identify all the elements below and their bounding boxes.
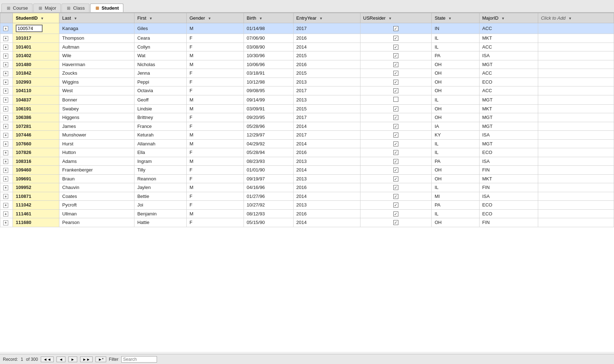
table-row[interactable]: +106386HiggensBrittneyF09/20/952017OHMGT — [0, 113, 614, 122]
usresider-checkbox[interactable] — [393, 194, 398, 199]
tab-major[interactable]: ⊞Major — [33, 4, 61, 12]
expand-button[interactable]: + — [3, 124, 8, 129]
usresider-checkbox[interactable] — [393, 159, 398, 164]
expand-button[interactable]: + — [3, 26, 8, 31]
expand-button[interactable]: + — [3, 220, 8, 225]
expand-button[interactable]: + — [3, 211, 8, 216]
table-row[interactable]: +107281JamesFranceF05/28/962014IAMGT — [0, 122, 614, 131]
col-header-last[interactable]: Last ▼ — [59, 13, 134, 23]
expand-button[interactable]: + — [3, 36, 8, 41]
usresider-checkbox[interactable] — [393, 62, 398, 67]
expand-button[interactable]: + — [3, 45, 8, 50]
col-header-entryyear[interactable]: EntryYear ▼ — [293, 13, 360, 23]
state-cell: OH — [432, 86, 479, 95]
usresider-checkbox[interactable] — [393, 53, 398, 58]
usresider-checkbox[interactable] — [393, 133, 398, 138]
usresider-checkbox[interactable] — [393, 97, 398, 102]
expand-button[interactable]: + — [3, 106, 8, 111]
entryyear-cell: 2016 — [293, 34, 360, 43]
usresider-checkbox[interactable] — [393, 124, 398, 129]
sort-arrow-clicktoadd: ▼ — [568, 16, 572, 20]
expand-button[interactable]: + — [3, 115, 8, 120]
table-row[interactable]: +107446MunshowerKeturahM12/29/972017KYIS… — [0, 131, 614, 140]
table-row[interactable]: +110871CoatesBettieF01/27/962014MIISA — [0, 192, 614, 201]
studentid-cell — [13, 23, 59, 34]
usresider-checkbox[interactable] — [393, 80, 398, 85]
table-body: +KanagaGilesM01/14/982017INACC+101017Tho… — [0, 23, 614, 227]
expand-button[interactable]: + — [3, 176, 8, 181]
studentid-cell: 101842 — [13, 69, 59, 78]
usresider-checkbox[interactable] — [393, 168, 398, 173]
table-row[interactable]: +104110WestOctaviaF09/08/952017OHACC — [0, 86, 614, 95]
gender-cell: F — [186, 122, 244, 131]
table-row[interactable]: +109691BraunReannonF09/19/972013OHMKT — [0, 174, 614, 183]
expand-button[interactable]: + — [3, 203, 8, 208]
col-header-majorid[interactable]: MajorID ▼ — [479, 13, 538, 23]
entryyear-cell: 2014 — [293, 218, 360, 227]
expand-cell: + — [0, 157, 13, 166]
usresider-checkbox[interactable] — [393, 176, 398, 181]
col-header-first[interactable]: First ▼ — [134, 13, 186, 23]
expand-button[interactable]: + — [3, 133, 8, 138]
table-row[interactable]: +111461UllmanBenjaminM08/12/932016ILECO — [0, 209, 614, 218]
table-row[interactable]: +KanagaGilesM01/14/982017INACC — [0, 23, 614, 34]
usresider-checkbox[interactable] — [393, 26, 398, 31]
usresider-checkbox[interactable] — [393, 203, 398, 208]
col-header-usresider[interactable]: USResider ▼ — [360, 13, 432, 23]
usresider-checkbox[interactable] — [393, 88, 398, 93]
first-cell: Geoff — [134, 95, 186, 104]
table-row[interactable]: +101480HaverrmanNicholasM10/06/962016OHM… — [0, 60, 614, 69]
table-row[interactable]: +109952ChauvinJaylenM04/16/962016ILFIN — [0, 183, 614, 192]
table-row[interactable]: +101842ZoucksJennaF03/18/912015OHACC — [0, 69, 614, 78]
expand-button[interactable]: + — [3, 54, 8, 59]
table-container[interactable]: StudentID ▼ Last ▼ First ▼ Gender ▼ Birt… — [0, 13, 614, 352]
table-row[interactable]: +101402WileWatM10/30/962015PAISA — [0, 51, 614, 60]
expand-button[interactable]: + — [3, 159, 8, 164]
table-row[interactable]: +104837BonnerGeoffM09/14/992013ILMGT — [0, 95, 614, 104]
expand-button[interactable]: + — [3, 141, 8, 146]
gender-cell: M — [186, 51, 244, 60]
expand-button[interactable]: + — [3, 150, 8, 155]
usresider-checkbox[interactable] — [393, 150, 398, 155]
first-cell: Octavia — [134, 86, 186, 95]
table-row[interactable]: +106191SwabeyLindsieM03/09/912015OHMKT — [0, 104, 614, 113]
studentid-input[interactable] — [16, 25, 43, 32]
table-row[interactable]: +111042PycroftJoiF10/27/922013PAECO — [0, 201, 614, 210]
table-row[interactable]: +102993WigginsPeppiF10/12/982013OHECO — [0, 78, 614, 86]
usresider-checkbox[interactable] — [393, 45, 398, 50]
expand-button[interactable]: + — [3, 185, 8, 190]
state-cell: OH — [432, 174, 479, 183]
expand-button[interactable]: + — [3, 80, 8, 85]
usresider-checkbox[interactable] — [393, 71, 398, 76]
expand-button[interactable]: + — [3, 89, 8, 94]
table-row[interactable]: +107826HuttonEllaF05/28/942016ILECO — [0, 148, 614, 157]
table-row[interactable]: +101017ThompsonCearaF07/06/902016ILMKT — [0, 34, 614, 43]
usresider-checkbox[interactable] — [393, 220, 398, 225]
table-row[interactable]: +107660HurstAllannahM04/29/922014ILMGT — [0, 139, 614, 148]
table-row[interactable]: +109460FrankenbergerTillyF01/01/902014OH… — [0, 166, 614, 175]
tab-student[interactable]: ⊞Student — [90, 4, 123, 12]
table-row[interactable]: +108316AdamsIngramM08/23/932013PAISA — [0, 157, 614, 166]
expand-button[interactable]: + — [3, 194, 8, 199]
col-header-clicktoadd[interactable]: Click to Add ▼ — [538, 13, 614, 23]
col-header-birth[interactable]: Birth ▼ — [244, 13, 293, 23]
col-header-gender[interactable]: Gender ▼ — [186, 13, 244, 23]
table-row[interactable]: +111680PearsonHattieF05/15/902014OHFIN — [0, 218, 614, 227]
usresider-checkbox[interactable] — [393, 211, 398, 216]
col-header-studentid[interactable]: StudentID ▼ — [13, 13, 59, 23]
usresider-checkbox[interactable] — [393, 36, 398, 41]
usresider-checkbox[interactable] — [393, 106, 398, 111]
expand-button[interactable]: + — [3, 62, 8, 67]
expand-button[interactable]: + — [3, 71, 8, 76]
tab-course[interactable]: ⊞Course — [1, 4, 33, 12]
col-header-state[interactable]: State ▼ — [432, 13, 479, 23]
studentid-cell: 107826 — [13, 148, 59, 157]
studentid-value: 102993 — [16, 79, 56, 85]
table-row[interactable]: +101401AultmanCollynF03/08/902014ILACC — [0, 43, 614, 51]
usresider-checkbox[interactable] — [393, 185, 398, 190]
usresider-checkbox[interactable] — [393, 141, 398, 146]
tab-class[interactable]: ⊞Class — [62, 4, 89, 12]
expand-button[interactable]: + — [3, 98, 8, 103]
usresider-checkbox[interactable] — [393, 115, 398, 120]
expand-button[interactable]: + — [3, 168, 8, 173]
